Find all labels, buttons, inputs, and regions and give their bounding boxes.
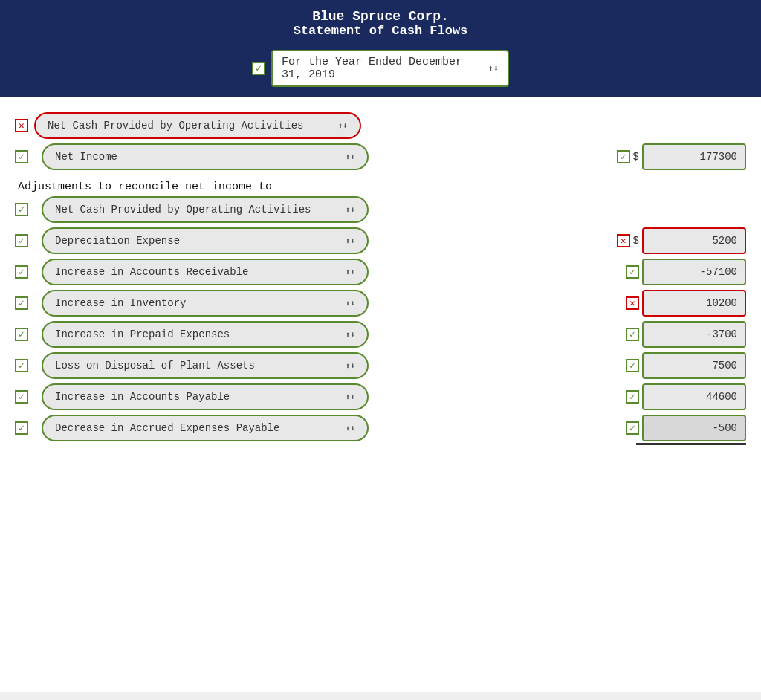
net-income-dropdown[interactable]: Net Income ⬆⬇ xyxy=(42,143,369,170)
prepaid-expenses-value-checkbox[interactable]: ✓ xyxy=(626,328,639,341)
inventory-value-checkbox[interactable]: ✕ xyxy=(626,296,639,310)
accounts-payable-value-checkbox[interactable]: ✓ xyxy=(626,390,639,404)
depreciation-value-checkbox[interactable]: ✕ xyxy=(617,234,630,247)
depreciation-value-section: ✕ $ 5200 xyxy=(617,227,746,254)
accounts-payable-row: ✓ Increase in Accounts Payable ⬆⬇ ✓ 4460… xyxy=(15,383,746,410)
net-cash-row-1: ✕ Net Cash Provided by Operating Activit… xyxy=(15,112,746,139)
accrued-expenses-label: Decrease in Accrued Expenses Payable xyxy=(55,422,279,434)
accrued-expenses-dropdown[interactable]: Decrease in Accrued Expenses Payable ⬆⬇ xyxy=(42,415,369,441)
period-arrows-icon: ⬆⬇ xyxy=(488,63,499,74)
depreciation-arrows-icon: ⬆⬇ xyxy=(346,236,355,246)
accrued-expenses-value[interactable]: -500 xyxy=(642,415,746,441)
accounts-receivable-value[interactable]: -57100 xyxy=(642,259,746,285)
accrued-expenses-row: ✓ Decrease in Accrued Expenses Payable ⬆… xyxy=(15,415,746,441)
loss-disposal-value-section: ✓ 7500 xyxy=(626,352,746,379)
accounts-payable-arrows-icon: ⬆⬇ xyxy=(346,392,355,402)
net-income-row: ✓ Net Income ⬆⬇ ✓ $ 177300 xyxy=(15,143,746,170)
inventory-checkbox[interactable]: ✓ xyxy=(15,296,28,310)
accounts-payable-value[interactable]: 44600 xyxy=(642,383,746,410)
net-income-label: Net Income xyxy=(55,151,117,163)
period-label: For the Year Ended December 31, 2019 xyxy=(282,56,488,81)
accounts-receivable-value-checkbox[interactable]: ✓ xyxy=(626,265,639,279)
accounts-payable-label: Increase in Accounts Payable xyxy=(55,391,230,403)
inventory-arrows-icon: ⬆⬇ xyxy=(346,299,355,308)
statement-title: Statement of Cash Flows xyxy=(15,24,746,38)
loss-disposal-label: Loss on Disposal of Plant Assets xyxy=(55,360,255,372)
depreciation-value[interactable]: 5200 xyxy=(642,227,746,254)
loss-disposal-checkbox[interactable]: ✓ xyxy=(15,359,28,372)
net-income-checkbox[interactable]: ✓ xyxy=(15,150,28,163)
period-dropdown[interactable]: For the Year Ended December 31, 2019 ⬆⬇ xyxy=(271,50,509,87)
net-cash-dropdown-2[interactable]: Net Cash Provided by Operating Activitie… xyxy=(42,196,369,223)
accrued-expenses-checkbox[interactable]: ✓ xyxy=(15,421,28,435)
net-cash-arrows-icon-1: ⬆⬇ xyxy=(338,121,348,131)
accounts-receivable-value-section: ✓ -57100 xyxy=(626,259,746,285)
prepaid-expenses-value[interactable]: -3700 xyxy=(642,321,746,348)
inventory-label: Increase in Inventory xyxy=(55,297,186,309)
accrued-expenses-value-checkbox[interactable]: ✓ xyxy=(626,421,639,435)
depreciation-label: Depreciation Expense xyxy=(55,235,180,247)
accounts-receivable-dropdown[interactable]: Increase in Accounts Receivable ⬆⬇ xyxy=(42,259,369,285)
net-cash-checkbox-2[interactable]: ✓ xyxy=(15,203,28,216)
depreciation-dropdown[interactable]: Depreciation Expense ⬆⬇ xyxy=(42,227,369,254)
accounts-receivable-row: ✓ Increase in Accounts Receivable ⬆⬇ ✓ -… xyxy=(15,259,746,285)
main-content: ✕ Net Cash Provided by Operating Activit… xyxy=(0,97,761,692)
prepaid-expenses-arrows-icon: ⬆⬇ xyxy=(346,330,355,340)
depreciation-dollar: $ xyxy=(633,235,639,247)
bottom-underline xyxy=(636,443,746,445)
accounts-receivable-label: Increase in Accounts Receivable xyxy=(55,266,248,278)
prepaid-expenses-row: ✓ Increase in Prepaid Expenses ⬆⬇ ✓ -370… xyxy=(15,321,746,348)
accounts-payable-value-section: ✓ 44600 xyxy=(626,383,746,410)
net-income-arrows-icon: ⬆⬇ xyxy=(346,152,355,162)
net-income-value[interactable]: 177300 xyxy=(642,143,746,170)
inventory-value[interactable]: 10200 xyxy=(642,290,746,317)
net-cash-checkbox-1[interactable]: ✕ xyxy=(15,119,28,132)
accounts-receivable-arrows-icon: ⬆⬇ xyxy=(346,268,355,277)
accounts-payable-checkbox[interactable]: ✓ xyxy=(15,390,28,404)
net-cash-row-2: ✓ Net Cash Provided by Operating Activit… xyxy=(15,196,746,223)
net-cash-dropdown-1[interactable]: Net Cash Provided by Operating Activitie… xyxy=(34,112,361,139)
net-cash-label-1: Net Cash Provided by Operating Activitie… xyxy=(48,120,303,132)
depreciation-checkbox[interactable]: ✓ xyxy=(15,234,28,247)
depreciation-row: ✓ Depreciation Expense ⬆⬇ ✕ $ 5200 xyxy=(15,227,746,254)
loss-disposal-dropdown[interactable]: Loss on Disposal of Plant Assets ⬆⬇ xyxy=(42,352,369,379)
accounts-payable-dropdown[interactable]: Increase in Accounts Payable ⬆⬇ xyxy=(42,383,369,410)
net-income-value-checkbox[interactable]: ✓ xyxy=(617,150,630,163)
net-income-value-section: ✓ $ 177300 xyxy=(617,143,746,170)
loss-disposal-value[interactable]: 7500 xyxy=(642,352,746,379)
net-cash-label-2: Net Cash Provided by Operating Activitie… xyxy=(55,204,311,215)
accrued-expenses-value-section: ✓ -500 xyxy=(626,415,746,441)
loss-disposal-arrows-icon: ⬆⬇ xyxy=(346,361,355,371)
prepaid-expenses-value-section: ✓ -3700 xyxy=(626,321,746,348)
inventory-value-section: ✕ 10200 xyxy=(626,290,746,317)
bottom-indicator-row xyxy=(37,443,746,445)
accounts-receivable-checkbox[interactable]: ✓ xyxy=(15,265,28,279)
prepaid-expenses-checkbox[interactable]: ✓ xyxy=(15,328,28,341)
net-cash-arrows-icon-2: ⬆⬇ xyxy=(346,205,355,215)
period-checkbox[interactable]: ✓ xyxy=(252,62,265,75)
inventory-row: ✓ Increase in Inventory ⬆⬇ ✕ 10200 xyxy=(15,290,746,317)
adjustments-label: Adjustments to reconcile net income to xyxy=(15,175,746,196)
header: Blue Spruce Corp. Statement of Cash Flow… xyxy=(0,0,761,97)
prepaid-expenses-dropdown[interactable]: Increase in Prepaid Expenses ⬆⬇ xyxy=(42,321,369,348)
prepaid-expenses-label: Increase in Prepaid Expenses xyxy=(55,328,230,340)
company-name: Blue Spruce Corp. xyxy=(15,9,746,24)
net-income-dollar: $ xyxy=(633,151,639,163)
accrued-expenses-arrows-icon: ⬆⬇ xyxy=(346,424,355,433)
loss-disposal-row: ✓ Loss on Disposal of Plant Assets ⬆⬇ ✓ … xyxy=(15,352,746,379)
loss-disposal-value-checkbox[interactable]: ✓ xyxy=(626,359,639,372)
inventory-dropdown[interactable]: Increase in Inventory ⬆⬇ xyxy=(42,290,369,317)
